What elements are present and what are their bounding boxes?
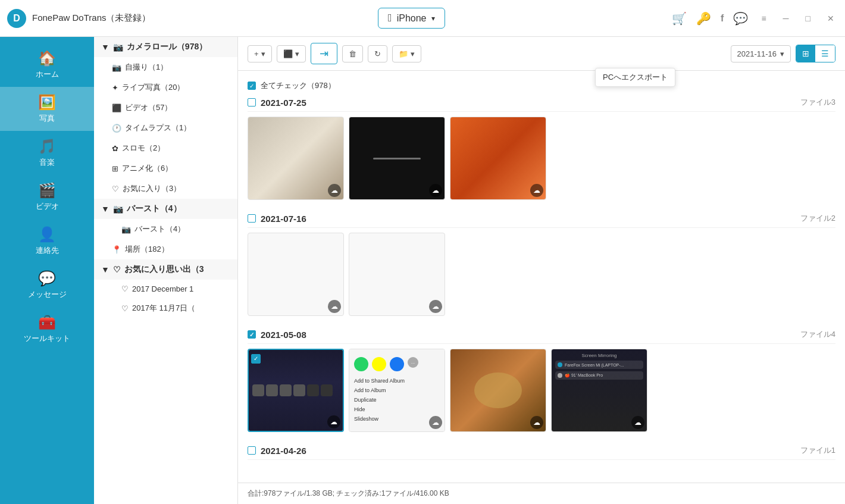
export-to-device-button[interactable]: ⬛ ▾ xyxy=(277,45,306,62)
sidebar-item-home[interactable]: 🏠 ホーム xyxy=(0,43,94,87)
export-to-pc-button[interactable]: ⇥ xyxy=(311,43,337,64)
left-panel: ▼ 📷 カメラロール（978） 📷 自撮り（1） ✦ ライブ写真（20） ⬛ ビ… xyxy=(94,37,238,504)
menu-icon[interactable]: ≡ xyxy=(758,11,769,26)
cart-icon[interactable]: 🛒 xyxy=(672,11,687,26)
date-text-2021-04-26: 2021-04-26 xyxy=(261,446,306,456)
check-all-checkbox[interactable]: ✓ xyxy=(248,82,256,90)
file-count-2021-07-16: ファイル2 xyxy=(800,213,835,224)
camera-icon: 📷 xyxy=(113,42,123,52)
tree-live[interactable]: ✦ ライブ写真（20） xyxy=(94,77,237,98)
mem-icon-1: ♡ xyxy=(121,284,129,293)
date-group-2021-04-26: 2021-04-26 ファイル1 xyxy=(248,442,835,460)
date-header-2021-07-16: 2021-07-16 ファイル2 xyxy=(248,209,835,228)
close-button[interactable]: ✕ xyxy=(824,11,838,26)
favorites-memory-item[interactable]: ▼ ♡ お気に入り思い出（3 xyxy=(94,259,237,280)
date-checkbox-2021-04-26[interactable] xyxy=(248,446,256,455)
photo-thumb-p7[interactable]: ... Add to Shared Album Add to Album Dup… xyxy=(349,349,445,432)
tree-slomo[interactable]: ✿ スロモ（2） xyxy=(94,138,237,158)
photo-thumb-p8[interactable]: ☁ xyxy=(450,349,546,432)
check-mark-p6: ✓ xyxy=(254,355,258,362)
list-view-button[interactable]: ☰ xyxy=(815,45,835,62)
delete-button[interactable]: 🗑 xyxy=(342,45,363,62)
add-chevron: ▾ xyxy=(261,49,265,58)
sidebar-label-contacts: 連絡先 xyxy=(36,245,59,256)
fav-mem-icon: ♡ xyxy=(113,265,121,274)
statusbar: 合計:978ファイル/1.38 GB; チェック済み:1ファイル/416.00 … xyxy=(238,483,845,504)
burst-icon: 📷 xyxy=(113,204,123,214)
photos-icon: 🖼️ xyxy=(38,94,56,111)
burst-child-icon: 📷 xyxy=(121,225,131,234)
selected-checkbox-p6[interactable]: ✓ xyxy=(251,354,261,364)
fav-expand-icon: ▼ xyxy=(101,265,109,274)
burst-item[interactable]: ▼ 📷 バースト（4） xyxy=(94,199,237,219)
chevron-down-icon: ▾ xyxy=(431,14,435,23)
tree-timelapse[interactable]: 🕐 タイムラプス（1） xyxy=(94,118,237,138)
sidebar-item-video[interactable]: 🎬 ビデオ xyxy=(0,175,94,219)
mem-label-1: 2017 December 1 xyxy=(132,284,193,293)
check-overlay-p6: ✓ xyxy=(251,352,261,364)
photo-thumb-p2[interactable]: ☁ xyxy=(349,117,445,200)
camera-roll-section: ▼ 📷 カメラロール（978） 📷 自撮り（1） ✦ ライブ写真（20） ⬛ ビ… xyxy=(94,37,237,318)
home-icon: 🏠 xyxy=(38,50,56,67)
sidebar-label-photos: 写真 xyxy=(39,113,55,124)
device-selector[interactable]:  iPhone ▾ xyxy=(378,8,445,29)
date-label-2021-05-08: ✓ 2021-05-08 xyxy=(248,330,306,340)
tree-mem-2017dec[interactable]: ♡ 2017 December 1 xyxy=(94,280,237,298)
slomo-icon: ✿ xyxy=(112,144,118,153)
date-text-2021-07-16: 2021-07-16 xyxy=(261,214,306,224)
date-header-2021-07-25: 2021-07-25 ファイル3 xyxy=(248,93,835,112)
cloud-icon-p8: ☁ xyxy=(530,416,543,429)
tree-video[interactable]: ⬛ ビデオ（57） xyxy=(94,98,237,118)
sidebar-item-photos[interactable]: 🖼️ 写真 xyxy=(0,87,94,131)
photo-area: ✓ 全てチェック（978） 2021-07-25 ファイル3 ☁ xyxy=(238,71,845,483)
device-name: iPhone xyxy=(397,13,427,24)
date-text-2021-05-08: 2021-05-08 xyxy=(261,330,306,340)
photo-thumb-p3[interactable]: ☁ xyxy=(450,117,546,200)
camera-roll-item[interactable]: ▼ 📷 カメラロール（978） xyxy=(94,37,237,57)
photo-thumb-p9[interactable]: Screen Mirroring FareFox Screen Mi (LAPT… xyxy=(551,349,647,432)
maximize-button[interactable]: □ xyxy=(802,11,814,26)
timelapse-icon: 🕐 xyxy=(112,124,121,133)
tree-location[interactable]: 📍 場所（182） xyxy=(94,239,237,259)
tree-favorite[interactable]: ♡ お気に入り（3） xyxy=(94,179,237,199)
date-checkbox-2021-07-25[interactable] xyxy=(248,98,256,107)
tree-burst-child[interactable]: 📷 バースト（4） xyxy=(94,219,237,239)
cloud-icon-p3: ☁ xyxy=(530,184,543,197)
key-icon[interactable]: 🔑 xyxy=(696,11,711,26)
video-tree-icon: ⬛ xyxy=(112,104,121,112)
cloud-icon-p9: ☁ xyxy=(631,416,644,429)
sidebar-item-toolkit[interactable]: 🧰 ツールキット xyxy=(0,307,94,351)
date-selector[interactable]: 2021-11-16 ▾ xyxy=(731,45,791,62)
check-all-label: 全てチェック（978） xyxy=(261,80,336,91)
sidebar-item-contacts[interactable]: 👤 連絡先 xyxy=(0,219,94,263)
titlebar-right: 🛒 🔑 f 💬 ≡ ─ □ ✕ xyxy=(672,11,838,26)
date-header-2021-05-08: ✓ 2021-05-08 ファイル4 xyxy=(248,325,835,344)
sidebar-item-music[interactable]: 🎵 音楽 xyxy=(0,131,94,175)
export-device-icon: ⬛ xyxy=(283,49,293,58)
minimize-button[interactable]: ─ xyxy=(780,11,793,26)
tree-animate[interactable]: ⊞ アニメ化（6） xyxy=(94,158,237,179)
view-toggle: ⊞ ☰ xyxy=(796,45,835,62)
sidebar-item-messages[interactable]: 💬 メッセージ xyxy=(0,263,94,307)
photo-grid-2021-07-16: ☁ ☁ xyxy=(248,233,835,316)
date-checkbox-2021-05-08[interactable]: ✓ xyxy=(248,330,256,339)
grid-view-button[interactable]: ⊞ xyxy=(796,45,815,62)
sidebar-label-home: ホーム xyxy=(36,69,59,80)
device-selector-area[interactable]:  iPhone ▾ xyxy=(378,8,445,29)
photo-thumb-p1[interactable]: ☁ xyxy=(248,117,344,200)
photo-thumb-p4[interactable]: ☁ xyxy=(248,233,344,316)
add-button[interactable]: + ▾ xyxy=(248,45,272,62)
tree-selfie[interactable]: 📷 自撮り（1） xyxy=(94,57,237,77)
facebook-icon[interactable]: f xyxy=(721,13,724,24)
check-all-bar[interactable]: ✓ 全てチェック（978） xyxy=(248,77,835,93)
tree-mem-2017nov[interactable]: ♡ 2017年 11月7日（ xyxy=(94,298,237,318)
folder-button[interactable]: 📁 ▾ xyxy=(392,45,421,62)
refresh-button[interactable]: ↻ xyxy=(368,45,387,62)
live-icon: ✦ xyxy=(112,83,118,92)
photo-thumb-p5[interactable]: ☁ xyxy=(349,233,445,316)
file-count-2021-04-26: ファイル1 xyxy=(800,445,835,456)
photo-thumb-p6[interactable]: ✓ ☁ xyxy=(248,349,344,432)
chat-icon[interactable]: 💬 xyxy=(733,11,748,26)
date-checkbox-2021-07-16[interactable] xyxy=(248,214,256,223)
toolbar: + ▾ ⬛ ▾ ⇥ 🗑 ↻ 📁 ▾ PCへエクスポート xyxy=(238,37,845,71)
